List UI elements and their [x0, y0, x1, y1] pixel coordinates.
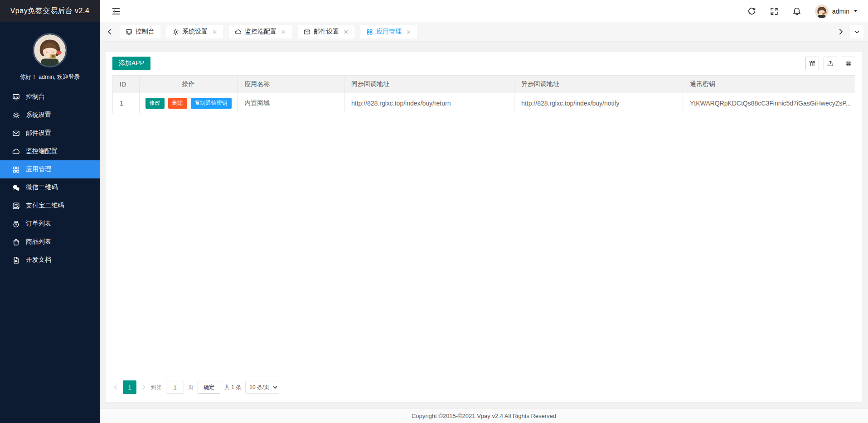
export-icon[interactable] [824, 57, 837, 70]
app-grid-icon [12, 166, 20, 173]
welcome-text: 你好！ admin, 欢迎登录 [0, 73, 100, 81]
doc-icon [12, 256, 20, 264]
cloud-icon [12, 148, 20, 155]
sidebar-item-label: 应用管理 [26, 165, 51, 173]
app-management-card: 添加APP ID [105, 52, 863, 402]
tab-system-settings[interactable]: 系统设置 [166, 25, 223, 38]
close-icon[interactable] [281, 29, 286, 34]
row-actions: 修改 删除 复制通信密钥 [146, 98, 230, 109]
sidebar-item-monitor-config[interactable]: 监控端配置 [0, 142, 100, 160]
tab-app-management[interactable]: 应用管理 [360, 25, 417, 38]
avatar [815, 5, 829, 18]
mail-icon [12, 130, 20, 137]
cell-app-name: 内置商城 [238, 93, 344, 113]
table-row: 1 修改 删除 复制通信密钥 内置商城 http://828.rglxc [113, 93, 855, 113]
gear-icon [172, 29, 179, 35]
col-header-sync-url: 同步回调地址 [344, 76, 514, 93]
sidebar-item-label: 支付宝二维码 [26, 202, 64, 210]
alipay-icon [12, 202, 20, 210]
content-area: 添加APP ID [100, 42, 868, 409]
delete-button[interactable]: 删除 [168, 98, 187, 109]
footer: Copyright ©2015-©2021 Vpay v2.4 All Righ… [100, 409, 868, 423]
goto-page-label: 到第 [151, 384, 162, 391]
col-header-secret: 通讯密钥 [683, 76, 855, 93]
page-size-select[interactable]: 10 条/页 [245, 381, 279, 394]
sidebar-item-label: 微信二维码 [26, 183, 58, 192]
topbar-actions: admin [747, 5, 858, 18]
sidebar-item-label: 订单列表 [26, 220, 51, 228]
fullscreen-icon[interactable] [770, 7, 779, 16]
goto-page-input[interactable] [166, 381, 184, 394]
app-grid-icon [366, 29, 373, 35]
col-header-actions: 操作 [139, 76, 237, 93]
close-icon[interactable] [406, 29, 411, 34]
cloud-icon [235, 29, 242, 35]
app-logo-title: Vpay免签交易后台 v2.4 [0, 0, 100, 22]
next-page-icon[interactable] [141, 384, 147, 390]
col-header-id: ID [113, 76, 140, 93]
console-icon [12, 93, 20, 101]
sidebar-item-goods-list[interactable]: 商品列表 [0, 233, 100, 251]
close-icon[interactable] [212, 29, 217, 34]
gear-icon [12, 111, 20, 119]
tab-mail-settings[interactable]: 邮件设置 [298, 25, 354, 38]
sidebar-item-app-management[interactable]: 应用管理 [0, 160, 100, 178]
mail-icon [304, 29, 310, 35]
close-icon[interactable] [344, 29, 349, 34]
tab-console[interactable]: 控制台 [120, 25, 160, 38]
edit-button[interactable]: 修改 [145, 98, 165, 109]
page-unit-label: 页 [188, 384, 194, 391]
wechat-icon [12, 184, 20, 192]
prev-page-icon[interactable] [112, 384, 119, 390]
app-window: Vpay免签交易后台 v2.4 你好！ admin, 欢迎登录 控制台 系统设置… [0, 0, 868, 423]
cell-secret: YtKWARQRpKDCtQs88cC3Finnic5d7iGasGiHwecy… [683, 93, 855, 113]
table-empty-space [106, 113, 862, 380]
tab-strip: 控制台 系统设置 监控端配置 邮件设置 [100, 22, 868, 42]
sidebar-item-mail-settings[interactable]: 邮件设置 [0, 124, 100, 142]
sidebar-item-label: 邮件设置 [26, 129, 51, 137]
tabs-options-dropdown[interactable] [850, 25, 863, 38]
app-table: ID 操作 应用名称 同步回调地址 异步回调地址 通讯密钥 1 [106, 75, 862, 113]
print-icon[interactable] [842, 57, 855, 70]
copyright-text: Copyright ©2015-©2021 Vpay v2.4 All Righ… [412, 413, 556, 419]
sidebar-item-alipay-qrcode[interactable]: 支付宝二维码 [0, 197, 100, 215]
filter-columns-icon[interactable] [805, 57, 819, 70]
refresh-icon[interactable] [747, 7, 756, 16]
tabs-scroll-right-icon[interactable] [837, 28, 844, 35]
sidebar-item-order-list[interactable]: 订单列表 [0, 215, 100, 233]
sidebar-user-block: 你好！ admin, 欢迎登录 [0, 22, 100, 81]
order-icon [12, 220, 20, 228]
tabs: 控制台 系统设置 监控端配置 邮件设置 [120, 25, 837, 38]
add-app-button[interactable]: 添加APP [112, 57, 150, 70]
pagination: 1 到第 页 确定 共 1 条 10 条/页 [106, 380, 862, 402]
notification-bell-icon[interactable] [792, 7, 801, 16]
table-tools [805, 57, 855, 70]
tab-monitor-config[interactable]: 监控端配置 [229, 25, 292, 38]
cell-sync-url: http://828.rglxc.top/index/buy/return [344, 93, 514, 113]
cell-async-url: http://828.rglxc.top/index/buy/notify [514, 93, 683, 113]
col-header-async-url: 异步回调地址 [514, 76, 683, 93]
sidebar-menu: 控制台 系统设置 邮件设置 监控端配置 应用管理 微信二维码 [0, 88, 100, 269]
sidebar-item-console[interactable]: 控制台 [0, 88, 100, 106]
cell-id: 1 [113, 93, 140, 113]
total-count-label: 共 1 条 [224, 384, 241, 391]
current-page-button[interactable]: 1 [123, 380, 136, 394]
sidebar-item-system-settings[interactable]: 系统设置 [0, 106, 100, 124]
topbar: admin [100, 0, 868, 22]
goods-icon [12, 238, 20, 246]
sidebar-item-wechat-qrcode[interactable]: 微信二维码 [0, 178, 100, 197]
sidebar-item-label: 控制台 [26, 93, 45, 101]
collapse-sidebar-icon[interactable] [112, 7, 121, 16]
caret-down-icon [853, 9, 858, 14]
sidebar-item-label: 商品列表 [26, 238, 51, 246]
confirm-page-button[interactable]: 确定 [198, 381, 220, 394]
copy-secret-button[interactable]: 复制通信密钥 [191, 98, 232, 109]
sidebar-item-label: 开发文档 [26, 256, 51, 264]
main-column: admin 控制台 系统设置 监控端配置 [100, 0, 868, 423]
tabs-scroll-left-icon[interactable] [106, 28, 113, 35]
user-menu[interactable]: admin [815, 5, 858, 18]
sidebar-item-dev-docs[interactable]: 开发文档 [0, 251, 100, 269]
sidebar: Vpay免签交易后台 v2.4 你好！ admin, 欢迎登录 控制台 系统设置… [0, 0, 100, 423]
table-header-row: ID 操作 应用名称 同步回调地址 异步回调地址 通讯密钥 [113, 76, 855, 93]
col-header-app-name: 应用名称 [238, 76, 344, 93]
